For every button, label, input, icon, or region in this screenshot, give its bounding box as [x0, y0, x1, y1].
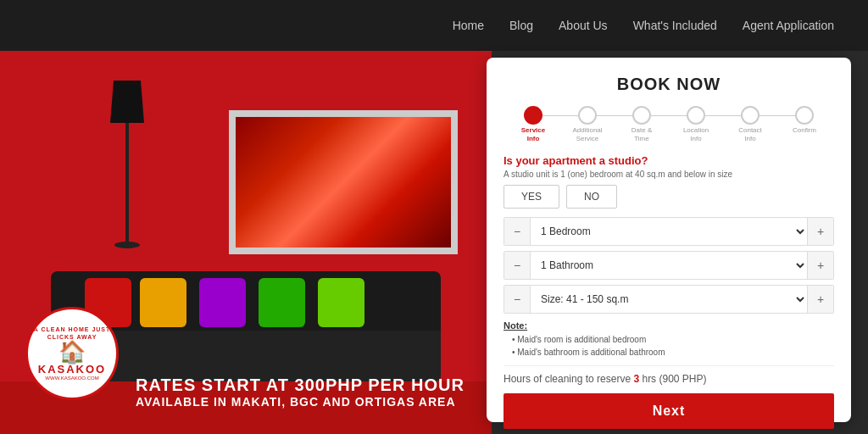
bathroom-minus-button[interactable]: − — [504, 252, 530, 279]
hours-value-number: 3 — [633, 373, 639, 385]
bottom-text-line1: RATES START AT 300PHP PER HOUR — [136, 375, 465, 395]
studio-q-desc: A studio unit is 1 (one) bedroom at 40 s… — [504, 169, 834, 180]
pillow-light-green — [318, 278, 364, 327]
logo-url: WWW.KASAKOO.COM — [45, 376, 98, 381]
bathroom-select[interactable]: 1 Bathroom 2 Bathrooms 3 Bathrooms — [530, 252, 808, 279]
bedroom-select[interactable]: 1 Bedroom 2 Bedrooms 3 Bedrooms 4 Bedroo… — [530, 218, 808, 245]
navigation: Home Blog About Us What's Included Agent… — [0, 0, 868, 51]
yes-no-row: YES NO — [504, 185, 834, 209]
hours-text: Hours of cleaning to reserve — [504, 373, 631, 385]
divider — [504, 365, 834, 366]
step-date-time: Date &Time — [615, 106, 669, 142]
step-circle-5 — [741, 106, 760, 125]
hours-php-value: (900 PHP) — [659, 373, 706, 385]
step-label-1: ServiceInfo — [521, 126, 545, 142]
notes-item-1: Maid's room is additional bedroom — [512, 333, 834, 346]
book-panel: BOOK NOW ServiceInfo AdditionalService D… — [487, 58, 851, 422]
step-label-4: LocationInfo — [683, 126, 709, 142]
step-service-info: ServiceInfo — [506, 106, 560, 142]
step-location: LocationInfo — [669, 106, 723, 142]
step-circle-1 — [524, 106, 542, 125]
step-label-2: AdditionalService — [572, 126, 602, 142]
pillow-green — [259, 278, 305, 327]
bottom-text-line2: AVAILABLE IN MAKATI, BGC AND ORTIGAS ARE… — [136, 395, 465, 409]
size-plus-button[interactable]: + — [808, 286, 833, 313]
step-circle-6 — [795, 106, 814, 125]
bathroom-plus-button[interactable]: + — [808, 252, 833, 279]
bedroom-stepper-row: − 1 Bedroom 2 Bedrooms 3 Bedrooms 4 Bedr… — [504, 217, 834, 246]
logo-brand: KASAKOO — [38, 363, 106, 376]
notes-item-2: Maid's bathroom is additional bathroom — [512, 346, 834, 359]
step-circle-4 — [687, 106, 705, 125]
step-additional: AdditionalService — [560, 106, 615, 142]
bathroom-stepper-row: − 1 Bathroom 2 Bathrooms 3 Bathrooms + — [504, 251, 834, 280]
artwork — [236, 117, 451, 248]
hours-info: Hours of cleaning to reserve 3 hrs (900 … — [504, 373, 834, 385]
hours-unit-label: hrs — [642, 373, 656, 385]
nav-blog[interactable]: Blog — [509, 19, 533, 32]
studio-q-title: Is your apartment a studio? — [504, 154, 834, 167]
notes-section: Note: Maid's room is additional bedroom … — [504, 320, 834, 359]
book-title: BOOK NOW — [504, 75, 834, 94]
next-button[interactable]: Next — [504, 393, 834, 429]
nav-agent[interactable]: Agent Application — [743, 19, 834, 32]
lamp-shade — [110, 81, 144, 123]
nav-home[interactable]: Home — [453, 19, 484, 32]
notes-title: Note: — [504, 320, 834, 331]
no-button[interactable]: NO — [566, 185, 617, 209]
step-label-5: ContactInfo — [738, 126, 762, 142]
pillow-yellow — [140, 278, 186, 327]
bottom-text: RATES START AT 300PHP PER HOUR AVAILABLE… — [136, 375, 465, 409]
bedroom-minus-button[interactable]: − — [504, 218, 530, 245]
lamp — [110, 81, 144, 248]
bedroom-plus-button[interactable]: + — [808, 218, 833, 245]
step-circle-3 — [632, 106, 651, 125]
size-minus-button[interactable]: − — [504, 286, 530, 313]
step-label-6: Confirm — [793, 126, 816, 135]
lamp-pole — [125, 123, 129, 242]
studio-question: Is your apartment a studio? A studio uni… — [504, 154, 834, 209]
nav-about[interactable]: About Us — [559, 19, 608, 32]
size-select[interactable]: Size: 41 - 150 sq.m Size: 151 - 200 sq.m — [530, 286, 808, 313]
step-label-3: Date &Time — [632, 126, 652, 142]
lamp-base — [114, 242, 140, 248]
nav-whats-included[interactable]: What's Included — [633, 19, 717, 32]
pillow-purple — [199, 278, 246, 327]
step-confirm: Confirm — [777, 106, 832, 135]
step-contact: ContactInfo — [723, 106, 777, 142]
artwork-frame — [229, 110, 458, 254]
step-circle-2 — [578, 106, 597, 125]
yes-button[interactable]: YES — [504, 185, 559, 209]
logo-badge: A CLEAN HOME JUST CLICKS AWAY 🏠 KASAKOO … — [25, 307, 119, 400]
size-stepper-row: − Size: 41 - 150 sq.m Size: 151 - 200 sq… — [504, 285, 834, 314]
progress-steps: ServiceInfo AdditionalService Date &Time… — [504, 106, 834, 142]
house-icon: 🏠 — [58, 341, 86, 363]
